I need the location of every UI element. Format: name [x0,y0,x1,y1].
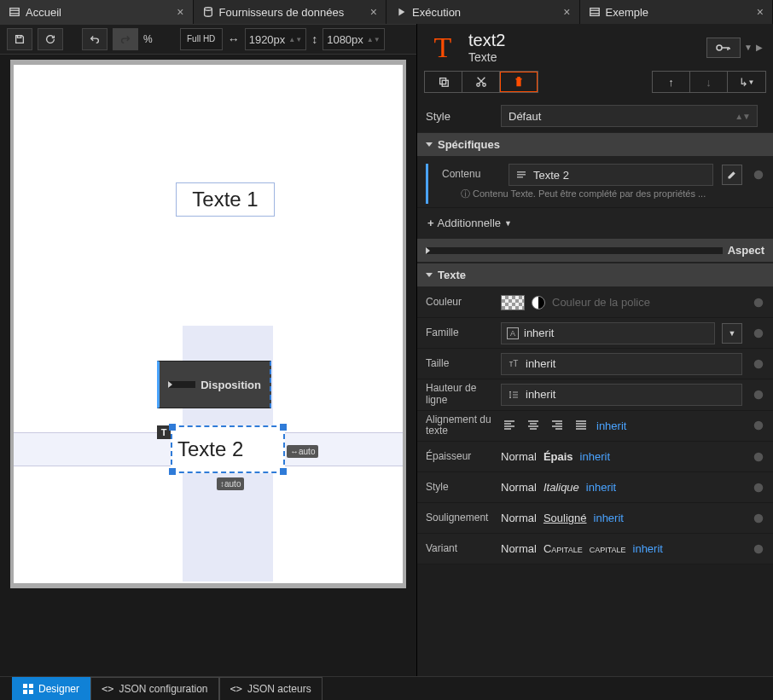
contenu-help: ⓘ Contenu Texte. Peut être complété par … [442,186,766,204]
align-left-button[interactable] [501,417,518,434]
cut-button[interactable] [462,72,500,92]
style-normal[interactable]: Normal [501,481,537,494]
add-property-button[interactable]: +Additionnelle▼ [417,208,773,238]
design-canvas[interactable]: Texte 1 T Texte 2 ↔auto ↕auto [14,65,403,583]
resize-handle[interactable] [280,468,287,475]
close-icon[interactable]: × [177,5,183,19]
contenu-label: Contenu [442,169,500,181]
gear-icon[interactable] [751,358,766,370]
gear-icon[interactable] [751,327,766,339]
weight-inherit[interactable]: inherit [580,450,610,463]
height-input[interactable]: 1080px▲▼ [323,28,385,50]
gear-icon[interactable] [751,389,766,401]
tab-execution[interactable]: Exécution × [386,0,580,24]
svg-rect-4 [590,9,599,16]
resize-handle[interactable] [280,424,287,431]
style-row: Style Défaut ▲▼ [417,100,773,132]
style-inherit[interactable]: inherit [586,481,616,494]
align-justify-button[interactable] [572,417,590,434]
save-button[interactable] [7,28,32,50]
height-arrows-icon: ↕ [311,32,317,46]
style-label: Style [426,110,492,123]
resize-handle[interactable] [169,424,176,431]
tab-exemple[interactable]: Exemple × [580,0,774,24]
text1-actor[interactable]: Texte 1 [176,182,275,217]
style-select[interactable]: Défaut ▲▼ [501,105,758,127]
key-button[interactable] [706,38,741,58]
svg-rect-26 [23,684,27,688]
weight-normal[interactable]: Normal [501,450,537,463]
svg-point-11 [476,84,479,87]
tab-accueil[interactable]: Accueil × [0,0,194,24]
close-icon[interactable]: × [370,5,377,19]
film-icon [589,6,601,18]
edit-button[interactable] [722,165,742,185]
variant-normal[interactable]: Normal [501,542,537,555]
footer-tab-json-acteurs[interactable]: <> JSON acteurs [219,677,323,700]
underline-on[interactable]: Souligné [543,512,587,524]
z-actions: ↑ ↓ ↳ ▼ [652,71,766,93]
weight-bold[interactable]: Épais [543,450,573,463]
align-right-button[interactable] [549,417,566,434]
taille-input[interactable]: тT inherit [501,353,742,375]
gear-icon[interactable] [751,512,766,524]
delete-button[interactable] [500,72,538,92]
undo-button[interactable] [82,28,108,50]
gear-icon[interactable] [751,297,766,309]
document-tabs: Accueil × Fournisseurs de données × Exéc… [0,0,773,24]
gear-icon[interactable] [751,419,766,431]
move-up-button[interactable]: ↑ [653,72,690,92]
gear-icon[interactable] [751,451,766,463]
more-z-button[interactable]: ↳ ▼ [728,72,765,92]
align-inherit[interactable]: inherit [596,419,626,432]
tab-fournisseurs[interactable]: Fournisseurs de données × [194,0,387,24]
color-swatch[interactable] [501,295,525,310]
famille-input[interactable]: A inherit [501,322,715,344]
svg-point-8 [717,45,722,50]
edit-actions [424,71,538,93]
underline-normal[interactable]: Normal [501,512,537,524]
close-icon[interactable]: × [757,5,764,19]
footer-tab-designer[interactable]: Designer [12,677,90,700]
contenu-input[interactable]: Texte 2 [509,164,713,186]
section-texte[interactable]: Texte [417,263,773,287]
updown-icon: ▲▼ [735,112,750,121]
text2-actor-selected[interactable]: Texte 2 [171,425,285,473]
resize-handle[interactable] [169,468,176,475]
tab-label: Exemple [606,6,752,19]
resolution-select[interactable]: Full HD [180,28,223,50]
next-icon[interactable]: ▶ [756,43,763,52]
text-icon [514,168,528,182]
actor-type: Texte [468,50,505,64]
redo-button[interactable] [113,28,138,50]
width-input[interactable]: 1920px▲▼ [245,28,307,50]
close-icon[interactable]: × [563,5,570,19]
gear-icon[interactable] [751,482,766,494]
style-italic[interactable]: Italique [543,481,579,494]
chevron-down-icon [426,273,433,277]
variant-smallcap1[interactable]: Capitale [543,542,583,555]
play-icon [395,6,407,18]
collapse-icon[interactable]: ▼ [744,43,753,52]
contrast-icon[interactable] [532,296,545,310]
reload-button[interactable] [38,28,63,50]
code-icon: <> [102,683,113,695]
gear-icon[interactable] [751,169,766,181]
designer-toolbar: % Full HD ↔ 1920px▲▼ ↕ 1080px▲▼ [0,24,416,55]
couleur-label: Couleur [426,297,492,309]
hauteur-input[interactable]: inherit [501,384,742,406]
align-center-button[interactable] [525,417,542,434]
section-aspect[interactable]: Aspect [417,238,773,263]
footer-tab-json-config[interactable]: <> JSON configuration [90,677,219,700]
underline-inherit[interactable]: inherit [594,512,624,524]
variant-smallcap2[interactable]: capitale [590,542,626,555]
dropdown-button[interactable]: ▼ [722,323,742,344]
variant-inherit[interactable]: inherit [633,542,663,555]
copy-button[interactable] [425,72,462,92]
svg-rect-29 [29,690,33,694]
svg-rect-28 [23,690,27,694]
move-down-button[interactable]: ↓ [690,72,728,92]
gear-icon[interactable] [751,543,766,555]
auto-width-tag: ↔auto [287,445,318,458]
section-specifiques[interactable]: Spécifiques [417,132,773,157]
